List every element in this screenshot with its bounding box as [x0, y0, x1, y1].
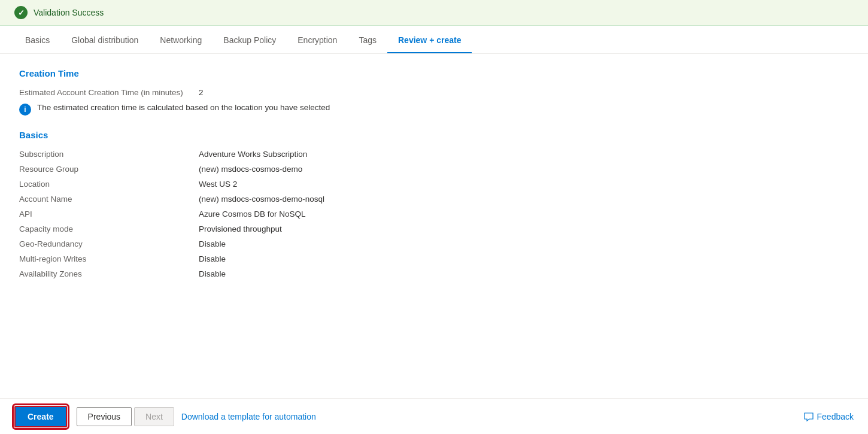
creation-time-section: Creation Time Estimated Account Creation…: [19, 68, 849, 116]
tab-encryption[interactable]: Encryption: [287, 26, 348, 53]
availability-zones-label: Availability Zones: [19, 269, 199, 278]
multi-region-writes-row: Multi-region Writes Disable: [19, 254, 849, 263]
automation-link[interactable]: Download a template for automation: [174, 408, 323, 426]
multi-region-writes-value: Disable: [199, 254, 226, 263]
resource-group-value: (new) msdocs-cosmos-demo: [199, 165, 302, 174]
creation-time-value: 2: [199, 88, 204, 97]
geo-redundancy-label: Geo-Redundancy: [19, 239, 199, 248]
tab-review-create[interactable]: Review + create: [387, 26, 472, 53]
creation-time-heading: Creation Time: [19, 68, 849, 78]
nav-buttons: Previous Next: [77, 407, 174, 426]
geo-redundancy-row: Geo-Redundancy Disable: [19, 239, 849, 248]
availability-zones-row: Availability Zones Disable: [19, 269, 849, 278]
subscription-value: Adventure Works Subscription: [199, 150, 307, 159]
tab-bar: Basics Global distribution Networking Ba…: [0, 26, 868, 54]
subscription-row: Subscription Adventure Works Subscriptio…: [19, 150, 849, 159]
creation-time-note: i The estimated creation time is calcula…: [19, 103, 849, 116]
capacity-mode-row: Capacity mode Provisioned throughput: [19, 224, 849, 233]
basics-section: Basics Subscription Adventure Works Subs…: [19, 130, 849, 278]
tab-networking[interactable]: Networking: [149, 26, 213, 53]
account-name-row: Account Name (new) msdocs-cosmos-demo-no…: [19, 195, 849, 204]
next-button: Next: [134, 407, 174, 426]
resource-group-row: Resource Group (new) msdocs-cosmos-demo: [19, 165, 849, 174]
api-label: API: [19, 210, 199, 218]
basics-heading: Basics: [19, 130, 849, 140]
creation-time-row: Estimated Account Creation Time (in minu…: [19, 88, 849, 97]
creation-time-label: Estimated Account Creation Time (in minu…: [19, 88, 199, 97]
validation-text: Validation Success: [34, 8, 104, 17]
resource-group-label: Resource Group: [19, 165, 199, 174]
tab-global-distribution[interactable]: Global distribution: [60, 26, 149, 53]
validation-check-icon: [14, 6, 28, 19]
location-value: West US 2: [199, 180, 237, 189]
validation-banner: Validation Success: [0, 0, 868, 26]
main-content: Creation Time Estimated Account Creation…: [0, 54, 868, 332]
feedback-button[interactable]: Feedback: [804, 412, 854, 421]
subscription-label: Subscription: [19, 150, 199, 159]
footer: Create Previous Next Download a template…: [0, 398, 868, 434]
api-value: Azure Cosmos DB for NoSQL: [199, 210, 306, 218]
info-icon: i: [19, 104, 31, 116]
tab-basics[interactable]: Basics: [14, 26, 60, 53]
account-name-value: (new) msdocs-cosmos-demo-nosql: [199, 195, 324, 204]
tab-backup-policy[interactable]: Backup Policy: [213, 26, 287, 53]
api-row: API Azure Cosmos DB for NoSQL: [19, 210, 849, 218]
geo-redundancy-value: Disable: [199, 239, 226, 248]
capacity-mode-value: Provisioned throughput: [199, 224, 282, 233]
account-name-label: Account Name: [19, 195, 199, 204]
feedback-label: Feedback: [817, 412, 854, 421]
multi-region-writes-label: Multi-region Writes: [19, 254, 199, 263]
info-note-text: The estimated creation time is calculate…: [37, 103, 330, 112]
tab-tags[interactable]: Tags: [348, 26, 387, 53]
previous-button[interactable]: Previous: [77, 407, 132, 426]
availability-zones-value: Disable: [199, 269, 226, 278]
location-row: Location West US 2: [19, 180, 849, 189]
capacity-mode-label: Capacity mode: [19, 224, 199, 233]
location-label: Location: [19, 180, 199, 189]
create-button[interactable]: Create: [14, 406, 67, 427]
feedback-icon: [804, 412, 814, 421]
